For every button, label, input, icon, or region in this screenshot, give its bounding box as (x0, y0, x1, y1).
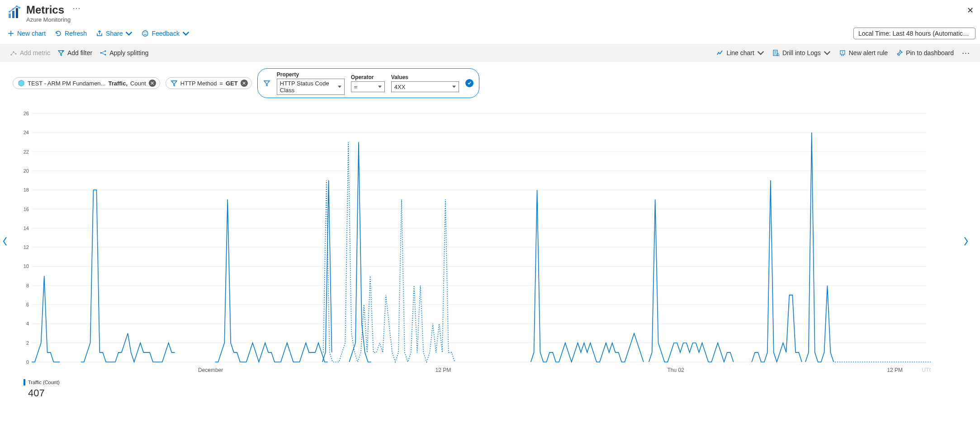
svg-text:6: 6 (26, 302, 29, 307)
svg-text:14: 14 (24, 226, 29, 231)
chevron-down-icon (182, 30, 189, 37)
line-chart-icon (716, 49, 724, 56)
chevron-right-icon (963, 236, 969, 247)
filter-icon (57, 49, 65, 56)
chart-area: 02468101214161820222426December12 PMThu … (13, 109, 942, 376)
svg-text:Thu 02: Thu 02 (667, 367, 684, 373)
svg-text:0: 0 (26, 359, 29, 365)
legend-value: 407 (24, 387, 980, 399)
chevron-down-icon (125, 30, 133, 37)
svg-text:10: 10 (24, 263, 29, 269)
page-subtitle: Azure Monitoring (26, 16, 81, 23)
filter-pill[interactable]: HTTP Method = GET ✕ (166, 77, 252, 89)
page-header: Metrics ··· Azure Monitoring (0, 0, 980, 25)
svg-marker-19 (19, 80, 24, 86)
property-select[interactable]: HTTP Status Code Class (277, 79, 345, 95)
chart-legend: Traffic (Count) 407 (24, 379, 980, 399)
new-chart-button[interactable]: New chart (5, 28, 48, 39)
svg-rect-0 (9, 14, 11, 18)
time-range-picker[interactable]: Local Time: Last 48 hours (Automatic - 1… (853, 28, 975, 39)
svg-rect-1 (12, 11, 14, 18)
next-chart-arrow[interactable] (963, 236, 969, 249)
plus-icon (7, 30, 14, 37)
apply-splitting-button[interactable]: Apply splitting (99, 49, 148, 56)
svg-text:8: 8 (26, 283, 29, 288)
pin-to-dashboard-button[interactable]: Pin to dashboard (896, 49, 954, 56)
svg-text:24: 24 (24, 130, 29, 135)
prev-chart-arrow[interactable] (2, 236, 8, 249)
funnel-icon (263, 80, 270, 87)
operator-select[interactable]: = (351, 81, 385, 92)
check-icon (467, 81, 472, 85)
legend-label: Traffic (Count) (24, 379, 980, 385)
refresh-button[interactable]: Refresh (52, 28, 90, 39)
svg-point-8 (144, 33, 145, 33)
chevron-down-icon (824, 49, 831, 56)
svg-text:16: 16 (24, 207, 29, 212)
split-icon (99, 49, 107, 56)
chevron-down-icon (757, 49, 764, 56)
smiley-icon (142, 30, 149, 37)
funnel-icon (170, 80, 178, 87)
svg-text:4: 4 (26, 321, 29, 326)
svg-text:2: 2 (26, 340, 29, 346)
logs-icon (772, 49, 780, 56)
metrics-icon (7, 5, 22, 20)
svg-text:22: 22 (24, 149, 29, 155)
svg-text:12 PM: 12 PM (887, 367, 903, 373)
chart-toolbar: Add metric Add filter Apply splitting Li… (0, 44, 980, 62)
metrics-line-chart[interactable]: 02468101214161820222426December12 PMThu … (13, 109, 931, 376)
svg-rect-2 (16, 8, 18, 18)
property-label: Property (277, 71, 345, 78)
close-icon[interactable]: ✕ (967, 5, 974, 15)
chart-more-icon[interactable]: ··· (962, 48, 970, 58)
svg-text:12 PM: 12 PM (436, 367, 451, 373)
add-metric-icon (10, 49, 17, 56)
svg-text:20: 20 (24, 168, 29, 174)
svg-text:UTC-08:00: UTC-08:00 (922, 367, 931, 373)
svg-text:December: December (198, 367, 223, 373)
apply-filter-button[interactable] (465, 79, 473, 87)
svg-point-6 (19, 7, 20, 9)
share-icon (96, 30, 103, 37)
header-more-icon[interactable]: ··· (73, 4, 81, 13)
svg-text:18: 18 (24, 187, 29, 193)
primary-toolbar: New chart Refresh Share Feedback Local T… (0, 25, 980, 44)
chevron-left-icon (2, 236, 8, 247)
metric-pill[interactable]: TEST - ARM PM Fundamen... Traffic, Count… (13, 77, 160, 89)
add-metric-button[interactable]: Add metric (10, 49, 50, 56)
metric-filter-row: TEST - ARM PM Fundamen... Traffic, Count… (0, 62, 980, 104)
values-select[interactable]: 4XX (391, 81, 459, 92)
chart-type-dropdown[interactable]: Line chart (716, 49, 764, 56)
remove-metric-icon[interactable]: ✕ (149, 80, 156, 87)
resource-hexagon-icon (18, 80, 25, 87)
add-filter-button[interactable]: Add filter (57, 49, 92, 56)
refresh-icon (55, 30, 62, 37)
svg-point-5 (16, 5, 18, 7)
operator-label: Operator (351, 74, 385, 80)
pin-icon (896, 49, 903, 56)
new-alert-rule-button[interactable]: New alert rule (839, 49, 888, 56)
svg-point-7 (142, 31, 148, 36)
svg-text:12: 12 (24, 244, 29, 250)
svg-text:26: 26 (24, 111, 29, 116)
svg-point-17 (776, 54, 779, 56)
remove-filter-icon[interactable]: ✕ (241, 80, 248, 87)
feedback-button[interactable]: Feedback (139, 28, 192, 39)
filter-editor: Property HTTP Status Code Class Operator… (257, 68, 479, 98)
drill-into-logs-button[interactable]: Drill into Logs (772, 49, 831, 56)
page-title: Metrics (26, 4, 64, 16)
svg-point-3 (9, 11, 10, 13)
share-button[interactable]: Share (93, 28, 135, 39)
svg-point-9 (146, 33, 147, 33)
svg-point-4 (12, 8, 14, 10)
alert-icon (839, 49, 846, 56)
values-label: Values (391, 74, 459, 80)
